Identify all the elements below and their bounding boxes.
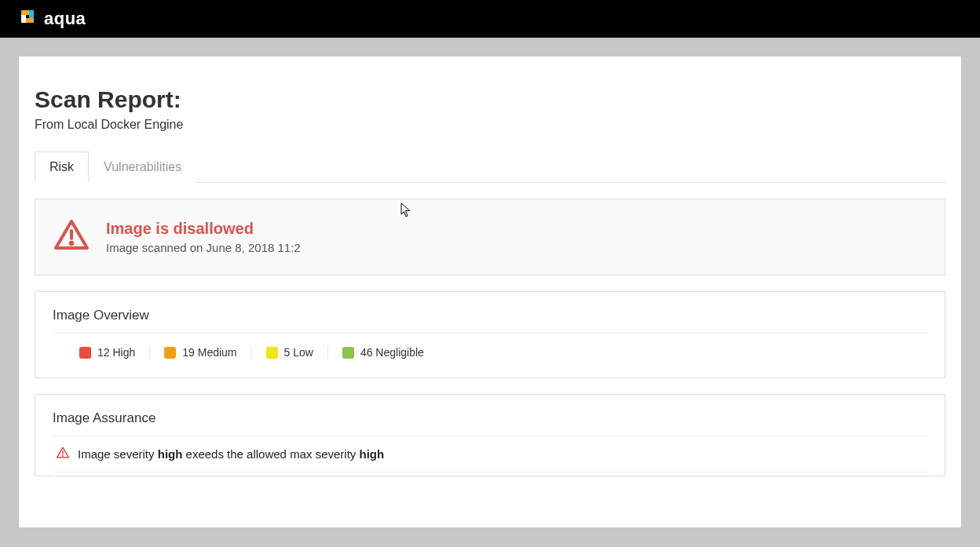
warning-triangle-icon [53,217,90,257]
page-body: Scan Report: From Local Docker Engine Ri… [0,38,980,527]
status-scanned-date: June 8, 2018 11:2 [207,241,301,254]
status-text-block: Image is disallowed Image scanned on Jun… [106,220,301,254]
page-title: Scan Report: [35,86,945,113]
assurance-sev-actual: high [158,447,183,461]
status-panel: Image is disallowed Image scanned on Jun… [35,199,945,275]
severity-item: 5 Low [251,346,327,359]
tab-vulnerabilities[interactable]: Vulnerabilities [89,151,196,183]
severity-swatch [79,347,91,359]
svg-rect-2 [21,15,26,23]
severity-swatch [266,347,278,359]
severity-item: 46 Negligible [327,346,438,359]
assurance-prefix: Image severity [78,447,158,461]
severity-label: 19 Medium [182,346,236,359]
severity-swatch [342,347,354,359]
tab-risk[interactable]: Risk [35,151,89,183]
topbar: aqua [0,0,980,38]
severity-swatch [164,347,176,359]
assurance-sev-allowed: high [360,447,385,461]
warning-triangle-icon [56,446,70,462]
assurance-text: Image severity high exeeds the allowed m… [78,447,384,461]
brand-logo: aqua [19,8,86,30]
status-scanned-prefix: Image scanned on [106,241,207,254]
overview-panel: Image Overview 12 High19 Medium5 Low46 N… [35,291,945,378]
severity-row: 12 High19 Medium5 Low46 Negligible [53,334,927,362]
overview-title: Image Overview [53,308,927,323]
assurance-panel: Image Assurance Image severity high exee… [35,394,945,476]
assurance-message: Image severity high exeeds the allowed m… [53,436,927,472]
svg-rect-1 [29,10,34,18]
svg-rect-3 [26,18,34,23]
severity-item: 12 High [65,346,149,359]
status-title: Image is disallowed [106,220,301,238]
severity-item: 19 Medium [149,346,250,359]
status-scanned: Image scanned on June 8, 2018 11:2 [106,241,301,254]
severity-label: 5 Low [284,346,313,359]
tabs: Risk Vulnerabilities [35,151,945,183]
aqua-logo-icon [19,8,38,30]
page-subtitle: From Local Docker Engine [35,118,945,132]
svg-point-5 [71,243,72,244]
assurance-title: Image Assurance [53,410,927,426]
svg-rect-0 [21,10,29,15]
svg-point-7 [63,455,64,456]
severity-label: 46 Negligible [360,346,424,359]
severity-label: 12 High [97,346,135,359]
report-card: Scan Report: From Local Docker Engine Ri… [19,57,961,527]
brand-name: aqua [44,9,86,29]
assurance-mid: exeeds the allowed max severity [182,447,359,461]
